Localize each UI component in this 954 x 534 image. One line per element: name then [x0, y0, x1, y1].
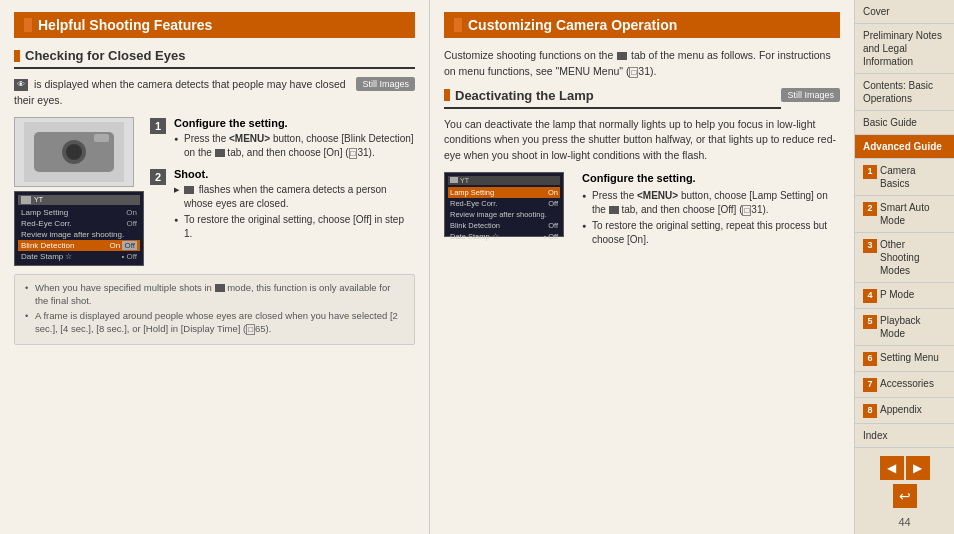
- step-1-bullets: Press the <MENU> button, choose [Blink D…: [174, 132, 415, 160]
- left-panel: Helpful Shooting Features Checking for C…: [0, 0, 430, 534]
- step-1-bullet-1: Press the <MENU> button, choose [Blink D…: [174, 132, 415, 160]
- sidebar-item-playback[interactable]: 5 Playback Mode: [855, 309, 954, 346]
- sidebar-num-8: 8: [863, 404, 877, 418]
- left-section-title: Helpful Shooting Features: [38, 17, 212, 33]
- sidebar-item-advanced-guide[interactable]: Advanced Guide: [855, 135, 954, 159]
- note-1: When you have specified multiple shots i…: [23, 281, 406, 308]
- step-1-title: Configure the setting.: [174, 117, 415, 129]
- settings-img-item-1: Lamp SettingOn: [448, 187, 560, 198]
- sidebar-item-setting-menu[interactable]: 6 Setting Menu: [855, 346, 954, 372]
- configure-bullet-2: To restore the original setting, repeat …: [582, 219, 840, 247]
- nav-buttons: ◀ ▶: [880, 456, 930, 480]
- sidebar-item-accessories[interactable]: 7 Accessories: [855, 372, 954, 398]
- configure-section: YT Lamp SettingOn Red-Eye Corr.Off Revie…: [444, 172, 840, 249]
- menu-item-lamp: Lamp SettingOn: [18, 207, 140, 218]
- intro-text-left: 👁 is displayed when the camera detects t…: [14, 77, 415, 109]
- step-2: 2 Shoot. flashes when the camera detects…: [150, 168, 415, 243]
- step-2-arrow-bullets: flashes when the camera detects a person…: [174, 183, 415, 211]
- sidebar-item-contents[interactable]: Contents: Basic Operations: [855, 74, 954, 111]
- sidebar-num-3: 3: [863, 239, 877, 253]
- sidebar-bottom: ◀ ▶ ↩ 44: [855, 448, 954, 534]
- notes-box: When you have specified multiple shots i…: [14, 274, 415, 345]
- step-1-number: 1: [150, 118, 166, 134]
- step-2-number: 2: [150, 169, 166, 185]
- step-1: 1 Configure the setting. Press the <MENU…: [150, 117, 415, 162]
- configure-bullet-1: Press the <MENU> button, choose [Lamp Se…: [582, 189, 840, 217]
- step-2-bullet-1: To restore the original setting, choose …: [174, 213, 415, 241]
- configure-title: Configure the setting.: [582, 172, 840, 184]
- sidebar-num-5: 5: [863, 315, 877, 329]
- blink-icon: 👁: [14, 79, 28, 91]
- deactivating-lamp-header: Deactivating the Lamp: [444, 88, 781, 109]
- sidebar-num-6: 6: [863, 352, 877, 366]
- camera-image-top: [14, 117, 134, 187]
- step-2-bullets: To restore the original setting, choose …: [174, 213, 415, 241]
- sidebar-item-other-shooting[interactable]: 3 Other Shooting Modes: [855, 233, 954, 283]
- still-images-badge-right: Still Images: [781, 88, 840, 102]
- svg-rect-4: [94, 134, 109, 142]
- settings-img: YT Lamp SettingOn Red-Eye Corr.Off Revie…: [444, 172, 564, 237]
- step-1-content: Configure the setting. Press the <MENU> …: [174, 117, 415, 162]
- image-container: YT Lamp SettingOn Red-Eye Corr.Off Revie…: [14, 117, 415, 266]
- menu-item-review: Review image after shooting.: [18, 229, 140, 240]
- step-2-title: Shoot.: [174, 168, 415, 180]
- page-number: 44: [898, 516, 910, 528]
- sidebar-num-1: 1: [863, 165, 877, 179]
- prev-button[interactable]: ◀: [880, 456, 904, 480]
- right-section-header: Customizing Camera Operation: [444, 12, 840, 38]
- settings-img-item-5: Date Stamp ☆• Off: [448, 231, 560, 242]
- svg-point-3: [66, 144, 82, 160]
- right-body-text: You can deactivate the lamp that normall…: [444, 117, 840, 164]
- right-section-title: Customizing Camera Operation: [468, 17, 677, 33]
- sidebar-num-7: 7: [863, 378, 877, 392]
- right-panel: Customizing Camera Operation Customize s…: [430, 0, 854, 534]
- left-section-header: Helpful Shooting Features: [14, 12, 415, 38]
- settings-img-title: YT: [448, 176, 560, 185]
- home-button[interactable]: ↩: [893, 484, 917, 508]
- configure-box: Configure the setting. Press the <MENU> …: [582, 172, 840, 249]
- sidebar-item-cover[interactable]: Cover: [855, 0, 954, 24]
- menu-item-date: Date Stamp ☆• Off: [18, 251, 140, 262]
- checking-closed-eyes-header: Checking for Closed Eyes: [14, 48, 415, 69]
- deactivating-lamp-title: Deactivating the Lamp: [455, 88, 594, 103]
- note-2: A frame is displayed around people whose…: [23, 309, 406, 336]
- menu-title: YT: [18, 195, 140, 205]
- settings-img-item-3: Review image after shooting.: [448, 209, 560, 220]
- sidebar-item-preliminary[interactable]: Preliminary Notes and Legal Information: [855, 24, 954, 74]
- sidebar-item-p-mode[interactable]: 4 P Mode: [855, 283, 954, 309]
- sidebar-item-basic-guide[interactable]: Basic Guide: [855, 111, 954, 135]
- sidebar-item-smart-auto[interactable]: 2 Smart Auto Mode: [855, 196, 954, 233]
- step-2-arrow-1: flashes when the camera detects a person…: [174, 183, 415, 211]
- sidebar-num-2: 2: [863, 202, 877, 216]
- right-intro-text: Customize shooting functions on the tab …: [444, 48, 840, 80]
- sidebar-item-index[interactable]: Index: [855, 424, 954, 448]
- next-button[interactable]: ▶: [906, 456, 930, 480]
- checking-closed-eyes-title: Checking for Closed Eyes: [25, 48, 185, 63]
- step-2-content: Shoot. flashes when the camera detects a…: [174, 168, 415, 243]
- sidebar: Cover Preliminary Notes and Legal Inform…: [854, 0, 954, 534]
- menu-item-blink: Blink DetectionOn Off: [18, 240, 140, 251]
- sidebar-item-appendix[interactable]: 8 Appendix: [855, 398, 954, 424]
- menu-screen: YT Lamp SettingOn Red-Eye Corr.Off Revie…: [14, 191, 144, 266]
- settings-img-item-2: Red-Eye Corr.Off: [448, 198, 560, 209]
- sidebar-num-4: 4: [863, 289, 877, 303]
- sidebar-item-camera-basics[interactable]: 1 Camera Basics: [855, 159, 954, 196]
- settings-img-item-4: Blink DetectionOff: [448, 220, 560, 231]
- camera-images: YT Lamp SettingOn Red-Eye Corr.Off Revie…: [14, 117, 144, 266]
- configure-bullets: Press the <MENU> button, choose [Lamp Se…: [582, 189, 840, 247]
- steps-container: 1 Configure the setting. Press the <MENU…: [150, 117, 415, 266]
- menu-item-redeye: Red-Eye Corr.Off: [18, 218, 140, 229]
- still-images-badge-left: Still Images: [356, 77, 415, 91]
